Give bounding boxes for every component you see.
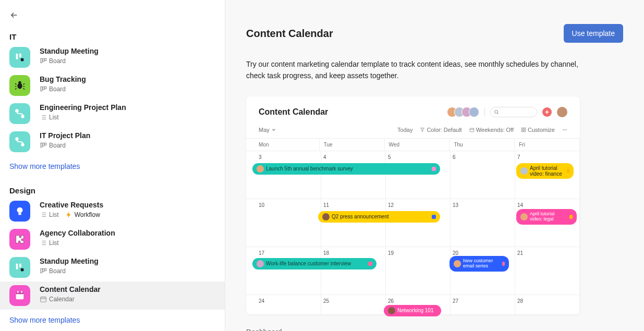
more-menu[interactable]	[562, 127, 567, 132]
svg-rect-34	[521, 128, 523, 129]
svg-point-19	[17, 207, 23, 213]
template-meta: Board	[40, 267, 66, 275]
calendar-day[interactable]: 11	[321, 199, 386, 247]
svg-rect-37	[524, 130, 526, 132]
assignee-avatar	[257, 260, 264, 267]
template-meta: Calendar	[40, 296, 75, 303]
lightning-icon	[65, 211, 72, 218]
calendar-day[interactable]: 5	[386, 151, 451, 199]
calendar-day[interactable]: 17	[246, 247, 321, 295]
calendar-day[interactable]: 18	[321, 247, 386, 295]
chevron-down-icon	[271, 127, 276, 132]
calendar-day[interactable]: 6	[451, 151, 515, 199]
list-icon	[40, 239, 47, 247]
svg-rect-24	[41, 268, 42, 273]
search-icon	[494, 109, 499, 115]
calendar-event[interactable]: Work-life balance customer interview	[252, 258, 376, 269]
template-item-standup[interactable]: Standup Meeting Board	[0, 43, 225, 71]
priority-dot	[432, 215, 436, 219]
flow-icon	[9, 131, 30, 152]
template-item-creative[interactable]: Creative Requests List Workflow	[0, 197, 225, 225]
template-item-content-calendar[interactable]: Content Calendar Calendar	[0, 281, 225, 310]
show-more-it[interactable]: Show more templates	[0, 156, 225, 181]
assignee-avatar	[257, 165, 264, 173]
template-meta-workflow: Workflow	[65, 211, 100, 218]
board-icon	[40, 267, 47, 275]
template-title: Engineering Project Plan	[40, 103, 126, 112]
filter-icon	[420, 127, 425, 132]
template-description: Try our content marketing calendar templ…	[246, 58, 580, 82]
svg-rect-36	[521, 130, 523, 132]
calendar-event[interactable]: New customer email series	[449, 256, 509, 272]
template-preview: Content Calendar May	[246, 96, 580, 314]
calendar-day[interactable]: 25	[321, 295, 386, 314]
template-item-design-standup[interactable]: Standup Meeting Board	[0, 253, 225, 281]
svg-rect-29	[17, 291, 18, 293]
calendar-day[interactable]: 4	[321, 151, 386, 199]
list-icon	[40, 211, 47, 218]
calendar-day[interactable]: 13	[451, 199, 515, 247]
customize-button[interactable]: Customize	[521, 127, 555, 133]
svg-point-7	[18, 81, 21, 84]
template-meta: Board	[40, 57, 66, 65]
svg-rect-22	[19, 264, 21, 267]
calendar-day[interactable]: 10	[246, 199, 321, 247]
svg-rect-26	[45, 268, 46, 271]
use-template-button[interactable]: Use template	[564, 24, 623, 43]
template-item-bug[interactable]: Bug Tracking Board	[0, 71, 225, 100]
calendar-event[interactable]: April tutorial video: legal	[516, 209, 577, 225]
svg-point-40	[566, 129, 566, 130]
back-button[interactable]	[0, 10, 225, 27]
svg-rect-18	[45, 143, 46, 145]
plus-icon	[544, 109, 550, 115]
template-item-it-plan[interactable]: IT Project Plan Board	[0, 128, 225, 156]
calendar-day[interactable]: 3	[246, 151, 321, 199]
svg-point-39	[564, 129, 565, 130]
calendar-day[interactable]: 27	[451, 295, 515, 314]
template-title: Creative Requests	[40, 201, 103, 209]
calendar-day[interactable]: 21	[515, 247, 580, 295]
calendar-event[interactable]: April tutorial video: finance	[516, 163, 574, 179]
calendar-event[interactable]: Launch 5th annual benchmark survey	[252, 163, 440, 175]
svg-rect-23	[21, 268, 24, 272]
dots-icon	[562, 127, 567, 132]
priority-dot	[569, 215, 573, 219]
calendar-icon	[9, 285, 30, 306]
svg-rect-28	[16, 292, 24, 295]
calendar-small-icon	[40, 296, 47, 303]
section-heading-design: Design	[0, 181, 225, 197]
dashboard-section-label: Dashboard	[246, 328, 623, 331]
svg-text:x: x	[16, 110, 17, 112]
show-more-design[interactable]: Show more templates	[0, 310, 225, 331]
svg-point-38	[563, 129, 563, 130]
bug-icon	[9, 75, 30, 96]
calendar-day[interactable]: 19	[386, 247, 451, 295]
calendar-event[interactable]: Q2 press announcement	[318, 211, 440, 223]
template-meta: List	[40, 211, 59, 218]
preview-search-input[interactable]	[490, 107, 537, 117]
svg-rect-4	[43, 58, 44, 62]
template-item-eng-plan[interactable]: x Engineering Project Plan List	[0, 100, 225, 128]
today-button[interactable]: Today	[397, 127, 412, 133]
template-meta: Board	[40, 142, 66, 149]
weekends-toggle[interactable]: Weekends: Off	[469, 127, 514, 133]
day-header: Tue	[320, 139, 385, 151]
self-avatar[interactable]	[557, 107, 567, 117]
svg-point-15	[21, 143, 24, 146]
color-filter[interactable]: Color: Default	[420, 127, 461, 133]
calendar-event[interactable]: Networking 101	[384, 305, 441, 316]
svg-rect-35	[524, 128, 526, 129]
board-icon	[40, 85, 47, 93]
template-item-agency[interactable]: Agency Collaboration List	[0, 225, 225, 253]
svg-rect-20	[18, 213, 21, 215]
month-picker[interactable]: May	[259, 127, 276, 133]
add-button[interactable]	[542, 107, 552, 117]
assignee-avatar	[322, 213, 330, 220]
calendar-small-icon	[469, 127, 475, 132]
calendar-day[interactable]: 24	[246, 295, 321, 314]
assignee-avatar	[388, 307, 395, 314]
assignee-avatar	[520, 167, 528, 175]
calendar-day[interactable]: 12	[386, 199, 451, 247]
calendar-day[interactable]: 28	[515, 295, 580, 314]
svg-rect-17	[43, 143, 44, 146]
